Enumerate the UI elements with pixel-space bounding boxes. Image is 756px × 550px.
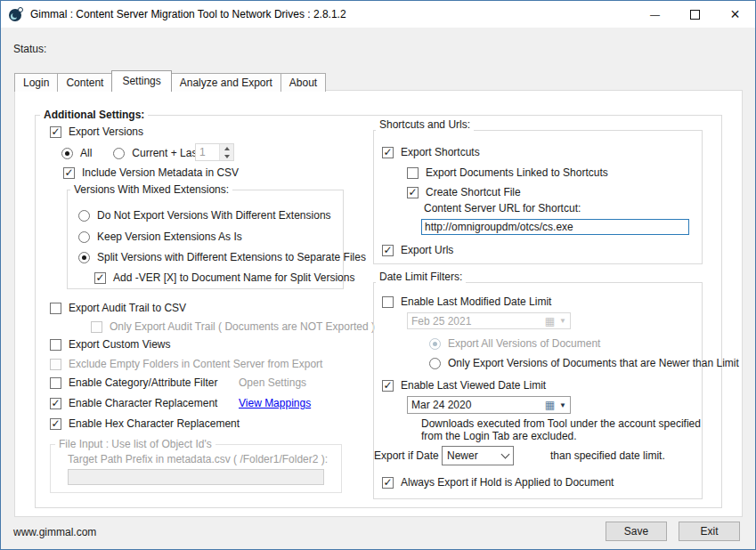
export-custom-views-label: Export Custom Views <box>69 338 171 351</box>
additional-settings-title: Additional Settings: <box>40 109 148 121</box>
only-audit-row: Only Export Audit Trail ( Documents are … <box>91 319 375 334</box>
export-if-date-label-row: Export if Date is <box>374 449 450 463</box>
export-urls-checkbox[interactable]: ✓ <box>382 245 394 256</box>
downloads-note-line1: Downloads executed from Tool under the a… <box>421 417 701 430</box>
export-custom-views-checkbox[interactable] <box>50 339 61 351</box>
only-audit-label: Only Export Audit Trail ( Documents are … <box>110 320 375 333</box>
tab-analyze-and-export[interactable]: Analyze and Export <box>171 73 281 92</box>
char-replacement-row: ✓ Enable Character Replacement <box>50 396 217 410</box>
category-filter-checkbox[interactable] <box>50 377 61 389</box>
exclude-empty-folders-row: Exclude Empty Folders in Content Server … <box>50 357 322 371</box>
split-versions-row: Split Versions with Different Extensions… <box>78 250 366 264</box>
export-if-date-suffix: than specified date limit. <box>550 449 665 462</box>
last-modified-checkbox[interactable] <box>382 296 394 308</box>
export-shortcuts-checkbox[interactable]: ✓ <box>382 147 394 158</box>
export-docs-linked-checkbox[interactable] <box>407 167 419 179</box>
export-if-date-label: Export if Date is <box>374 449 450 462</box>
export-if-date-suffix-row: than specified date limit. <box>550 449 665 463</box>
create-shortcut-file-row: ✓ Create Shortcut File <box>407 185 521 199</box>
status-row: Status: <box>13 42 46 56</box>
export-audit-checkbox[interactable] <box>50 303 61 314</box>
only-newer-radio[interactable] <box>429 358 441 369</box>
current-last-label: Current + Last <box>132 147 199 159</box>
add-ver-label: Add -VER [X] to Document Name for Split … <box>113 271 354 284</box>
current-last-spinner[interactable]: 1 <box>195 143 234 161</box>
dropdown-arrow-icon: ▼ <box>559 401 566 409</box>
export-urls-label: Export Urls <box>401 244 453 256</box>
export-shortcuts-row: ✓ Export Shortcuts <box>382 145 480 159</box>
title-bar: Gimmal : Content Server Migration Tool t… <box>1 1 755 28</box>
target-path-input <box>68 469 324 485</box>
modified-date-value: Feb 25 2021 <box>411 315 541 328</box>
app-window: Gimmal : Content Server Migration Tool t… <box>0 0 756 550</box>
export-all-versions-row: Export All Versions of Document <box>429 336 600 351</box>
down-arrow-icon <box>224 155 230 158</box>
view-mappings-link[interactable]: View Mappings <box>239 397 311 409</box>
spinner-up-button[interactable] <box>220 144 233 152</box>
hex-replacement-row: ✓ Enable Hex Character Replacement <box>50 417 240 431</box>
current-last-radio[interactable] <box>113 148 125 159</box>
versions-scope-row: All Current + Last <box>61 146 200 160</box>
file-input-title: File Input : Use list of Object Id's <box>55 438 215 450</box>
char-replacement-label: Enable Character Replacement <box>69 397 217 409</box>
close-button[interactable]: × <box>715 1 755 28</box>
minimize-button[interactable]: — <box>635 1 675 28</box>
keep-extensions-radio[interactable] <box>78 231 90 243</box>
tab-login[interactable]: Login <box>14 73 58 92</box>
always-export-hold-label: Always Export if Hold is Applied to Docu… <box>401 476 614 489</box>
export-all-versions-radio <box>429 338 441 350</box>
export-custom-views-row: Export Custom Views <box>50 337 171 352</box>
tab-settings[interactable]: Settings <box>111 70 171 92</box>
tab-about[interactable]: About <box>280 73 326 92</box>
category-filter-row: Enable Category/Attribute Filter <box>50 376 217 390</box>
chevron-down-icon <box>501 450 510 459</box>
view-mappings-row: View Mappings <box>239 396 311 410</box>
only-newer-label: Only Export Versions of Documents that a… <box>448 357 739 369</box>
website-label: www.gimmal.com <box>13 526 96 538</box>
calendar-icon: ▦ <box>545 400 555 410</box>
spinner-down-button[interactable] <box>220 152 233 160</box>
all-radio[interactable] <box>61 148 73 159</box>
export-audit-row: Export Audit Trail to CSV <box>50 301 186 315</box>
split-versions-radio[interactable] <box>78 252 90 263</box>
date-filters-title: Date Limit Filters: <box>376 271 466 283</box>
keep-extensions-label: Keep Version Extensions As Is <box>97 231 242 243</box>
always-export-hold-row: ✓ Always Export if Hold is Applied to Do… <box>382 475 614 489</box>
tab-content[interactable]: Content <box>57 73 112 92</box>
include-version-metadata-checkbox[interactable]: ✓ <box>63 167 75 179</box>
viewed-date-picker[interactable]: Mar 24 2020 ▦ ▼ <box>407 396 571 414</box>
split-versions-label: Split Versions with Different Extensions… <box>97 251 366 263</box>
create-shortcut-file-checkbox[interactable]: ✓ <box>407 187 419 198</box>
hex-replacement-checkbox[interactable]: ✓ <box>50 418 61 430</box>
do-not-export-radio[interactable] <box>78 210 90 222</box>
last-modified-row: Enable Last Modified Date Limit <box>382 295 551 309</box>
last-viewed-checkbox[interactable]: ✓ <box>382 380 394 392</box>
add-ver-checkbox[interactable]: ✓ <box>94 272 106 284</box>
export-if-date-combobox[interactable]: Newer <box>442 446 514 465</box>
modified-date-picker: Feb 25 2021 ▦ ▼ <box>407 312 571 329</box>
export-urls-row: ✓ Export Urls <box>382 243 453 257</box>
include-version-metadata-label: Include Version Metadata in CSV <box>82 166 239 179</box>
char-replacement-checkbox[interactable]: ✓ <box>50 398 61 409</box>
footer-website-row: www.gimmal.com <box>13 525 96 539</box>
do-not-export-label: Do Not Export Versions With Different Ex… <box>97 209 331 222</box>
gimmal-logo-icon <box>9 7 23 21</box>
export-versions-checkbox[interactable]: ✓ <box>50 126 61 138</box>
dropdown-arrow-icon: ▼ <box>559 317 566 325</box>
calendar-icon: ▦ <box>545 316 555 327</box>
open-settings-row: Open Settings <box>239 376 306 390</box>
keep-extensions-row: Keep Version Extensions As Is <box>78 230 242 244</box>
maximize-button[interactable] <box>675 1 715 28</box>
create-shortcut-file-label: Create Shortcut File <box>426 186 521 198</box>
open-settings-link: Open Settings <box>239 376 306 389</box>
always-export-hold-checkbox[interactable]: ✓ <box>382 477 394 489</box>
export-versions-label: Export Versions <box>69 125 143 138</box>
shortcut-url-input[interactable] <box>421 219 689 235</box>
hex-replacement-label: Enable Hex Character Replacement <box>69 417 240 430</box>
shortcuts-title: Shortcuts and Urls: <box>376 118 474 131</box>
viewed-date-value: Mar 24 2020 <box>411 399 541 411</box>
target-path-label: Target Path Prefix in metadata.csv ( /Fo… <box>68 453 328 465</box>
save-button[interactable]: Save <box>606 522 667 541</box>
exit-button[interactable]: Exit <box>679 522 740 541</box>
export-all-versions-label: Export All Versions of Document <box>448 337 600 350</box>
